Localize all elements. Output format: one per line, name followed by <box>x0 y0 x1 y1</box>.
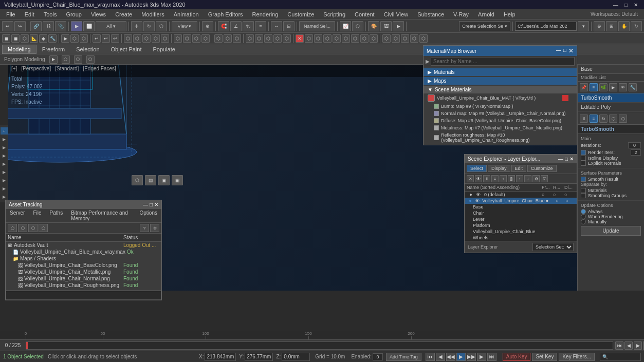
tb2-38[interactable]: ⬡ <box>370 34 378 43</box>
poly-btn-3[interactable]: ⬡ <box>74 55 82 64</box>
scene-sel-set[interactable]: Selection Set: <box>532 243 574 251</box>
menu-animation[interactable]: Animation <box>170 10 203 18</box>
scene-icon-select[interactable]: ☑ <box>541 175 548 182</box>
menu-group[interactable]: Group <box>62 10 86 18</box>
mod-icon-2-5[interactable]: ⬡ <box>619 115 627 123</box>
menu-views[interactable]: Views <box>87 10 110 18</box>
tb2-28[interactable]: ⬡ <box>273 34 282 43</box>
when-rendering-radio[interactable] <box>581 214 586 219</box>
mat-item-metalness[interactable]: Metalness: Map #7 (Volleyball_Umpire_Cha… <box>424 124 577 131</box>
angle-snap-btn[interactable]: ∠ <box>230 21 242 31</box>
tb2-13[interactable]: ⬡ <box>124 34 132 43</box>
vp-label-standard[interactable]: [Standard] <box>55 66 79 76</box>
asset-item-normal[interactable]: 🖼 Volleyball_Umpire_Chair_Normal.png Fou… <box>6 275 161 282</box>
tb2-31[interactable]: ⬡ <box>305 34 313 43</box>
scene-item-base[interactable]: Base <box>465 204 577 210</box>
tb2-41[interactable]: ⬡ <box>401 34 409 43</box>
tb2-15[interactable]: ⬡ <box>142 34 151 43</box>
asset-menu-paths[interactable]: Paths <box>46 209 67 222</box>
asset-menu-server[interactable]: Server <box>6 209 29 222</box>
ribbon-tab-freeform[interactable]: Freeform <box>36 45 71 54</box>
tb2-30[interactable]: ✕ <box>296 34 304 43</box>
scene-tab-customize[interactable]: Customize <box>527 165 557 172</box>
asset-item-roughness[interactable]: 🖼 Volleyball_Umpire_Chair_Roughness.png … <box>6 282 161 289</box>
zoom-all-btn[interactable]: ⊞ <box>606 21 617 31</box>
materials-row[interactable]: Materials <box>581 188 641 193</box>
mod-icon-2-4[interactable]: ⬡ <box>609 115 617 123</box>
tb2-17[interactable]: ⬡ <box>161 34 169 43</box>
menu-rendering[interactable]: Rendering <box>248 10 283 18</box>
poly-btn-1[interactable]: ▶ <box>49 55 58 64</box>
explicit-normals-check[interactable] <box>581 161 586 166</box>
poly-btn-4[interactable]: ⬡ <box>86 55 95 64</box>
menu-content[interactable]: Content <box>351 10 379 18</box>
scene-path-btn[interactable]: ▾ <box>578 21 589 31</box>
render-frame-btn[interactable]: 🖼 <box>380 21 392 31</box>
snap-val-input[interactable] <box>373 353 383 360</box>
timeline-play[interactable]: ▶ <box>634 341 642 350</box>
tb2-29[interactable]: ⬡ <box>283 34 291 43</box>
tb2-20[interactable]: ⬡ <box>192 34 200 43</box>
tb2-3[interactable]: ⬡ <box>21 34 29 43</box>
ref-coord-btn[interactable]: View ▾ <box>172 21 197 31</box>
tb2-5[interactable]: ◆ <box>39 34 47 43</box>
iterations-input[interactable] <box>628 142 641 148</box>
timeline-prev[interactable]: ◀ <box>624 341 633 350</box>
scene-tab-edit[interactable]: Edit <box>511 165 527 172</box>
tb2-8[interactable]: ⬡ <box>70 34 79 43</box>
scene-icon-x[interactable]: ✕ <box>467 175 474 182</box>
select-btn[interactable]: ▶ <box>71 21 82 31</box>
scene-icon-up[interactable]: ↑ <box>516 175 523 182</box>
tb2-37[interactable]: ⬡ <box>360 34 369 43</box>
tb2-23[interactable]: ⬡ <box>224 34 232 43</box>
curve-btn[interactable]: 📈 <box>340 21 351 31</box>
tb2-34[interactable]: ⬡ <box>333 34 341 43</box>
scene-icon-del[interactable]: 🗑 <box>508 175 515 182</box>
left-icon-5[interactable]: ▶ <box>1 160 8 167</box>
redo-btn[interactable]: ↪ <box>14 21 26 31</box>
when-rendering-row[interactable]: When Rendering <box>581 214 641 219</box>
asset-item-vault[interactable]: 🏛 Autodesk Vault Logged Out ... <box>6 242 161 249</box>
tb2-39[interactable]: ⬡ <box>382 34 391 43</box>
render-iters-check[interactable] <box>581 150 586 155</box>
ribbon-tab-selection[interactable]: Selection <box>70 45 105 54</box>
scene-materials-header[interactable]: ▼ Scene Materials <box>424 86 577 93</box>
timeline-track[interactable] <box>26 341 613 350</box>
tb2-10[interactable]: ↩ <box>93 34 101 43</box>
tb2-25[interactable]: ⬡ <box>246 34 254 43</box>
rotate-btn[interactable]: ↻ <box>143 21 155 31</box>
materials-check[interactable] <box>581 188 586 193</box>
align-btn[interactable]: ⊟ <box>283 21 295 31</box>
pb-next-frame[interactable]: ▶ <box>477 353 486 361</box>
mod-icon-hierarchy[interactable]: 🌿 <box>599 83 608 91</box>
update-button[interactable]: Update <box>581 226 641 236</box>
tb2-19[interactable]: ⬡ <box>183 34 191 43</box>
left-icon-4[interactable]: ▶ <box>1 152 8 159</box>
mat-item-normal[interactable]: Normal map: Map #8 (Volleyball_Umpire_Ch… <box>424 110 577 117</box>
pb-next[interactable]: ▶▶ <box>467 353 476 361</box>
select-region-btn[interactable]: ⬜ <box>83 21 95 31</box>
scene-item-volleyball-chair[interactable]: ● 👁 Volleyball_Umpire_Chair_Blue ● ○ ○ <box>465 198 577 204</box>
left-icon-7[interactable]: ▶ <box>1 177 8 184</box>
orbit-btn[interactable]: ↻ <box>631 21 642 31</box>
ribbon-tab-modeling[interactable]: Modeling <box>2 45 36 54</box>
always-radio[interactable] <box>581 209 586 214</box>
asset-tb-5[interactable]: ? <box>140 224 149 232</box>
timeline-thumb[interactable] <box>26 342 28 349</box>
left-icon-8[interactable]: ▶ <box>1 185 8 192</box>
scene-item-vball-blue[interactable]: Volleyball_Umpire_Chair_Blue <box>465 228 577 235</box>
scene-icon-layer[interactable]: ≡ <box>491 175 499 182</box>
menu-file[interactable]: File <box>2 10 20 18</box>
asset-menu-options[interactable]: Options <box>136 209 161 222</box>
scene-item-platform[interactable]: Platform <box>465 222 577 228</box>
pb-end[interactable]: ⏭ <box>487 353 496 361</box>
auto-key-btn[interactable]: Auto Key <box>503 353 531 361</box>
scene-item-wheels[interactable]: Wheels <box>465 235 577 241</box>
menu-scripting[interactable]: Scripting <box>319 10 349 18</box>
transform-icon-1[interactable]: ⬡ <box>132 175 143 185</box>
pb-start[interactable]: ⏮ <box>426 353 435 361</box>
tb2-32[interactable]: ⬡ <box>314 34 322 43</box>
tb2-7[interactable]: ▶ <box>61 34 69 43</box>
smoothing-groups-row[interactable]: Smoothing Groups <box>581 193 641 198</box>
asset-menu-file[interactable]: File <box>29 209 45 222</box>
